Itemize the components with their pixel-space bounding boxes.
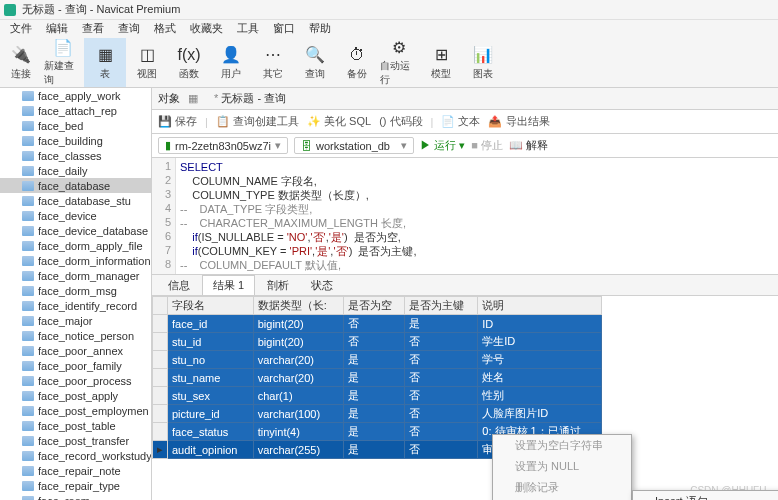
- table-face_notice_person[interactable]: face_notice_person: [0, 328, 151, 343]
- codeseg-button[interactable]: () 代码段: [379, 114, 422, 129]
- menu-格式[interactable]: 格式: [148, 20, 182, 38]
- toolbar-模型[interactable]: ⊞模型: [420, 38, 462, 87]
- cell[interactable]: 否: [404, 441, 478, 459]
- toolbar-新建查询[interactable]: 📄新建查询: [42, 38, 84, 87]
- table-face_identify_record[interactable]: face_identify_record: [0, 298, 151, 313]
- menu-收藏夹[interactable]: 收藏夹: [184, 20, 229, 38]
- result-grid[interactable]: 字段名数据类型（长:是否为空是否为主键说明face_idbigint(20)否是…: [152, 296, 778, 500]
- col-header[interactable]: 数据类型（长:: [253, 297, 343, 315]
- cell[interactable]: 性别: [478, 387, 602, 405]
- menu-窗口[interactable]: 窗口: [267, 20, 301, 38]
- rtab-1[interactable]: 结果 1: [202, 275, 255, 295]
- server-select[interactable]: ▮rm-2zetn83n05wz7i▾: [158, 137, 288, 154]
- toolbar-其它[interactable]: ⋯其它: [252, 38, 294, 87]
- cell[interactable]: 否: [404, 333, 478, 351]
- col-header[interactable]: 是否为空: [343, 297, 404, 315]
- cell[interactable]: 学生ID: [478, 333, 602, 351]
- cell[interactable]: 是: [343, 441, 404, 459]
- table-face_poor_process[interactable]: face_poor_process: [0, 373, 151, 388]
- toolbar-视图[interactable]: ◫视图: [126, 38, 168, 87]
- toolbar-表[interactable]: ▦表: [84, 38, 126, 87]
- table-face_dorm_msg[interactable]: face_dorm_msg: [0, 283, 151, 298]
- table-face_bed[interactable]: face_bed: [0, 118, 151, 133]
- cell[interactable]: 是: [404, 315, 478, 333]
- context-menu[interactable]: 设置为空白字符串设置为 NULL删除记录复制复制为▶粘贴显示▶: [492, 434, 632, 500]
- table-face_poor_family[interactable]: face_poor_family: [0, 358, 151, 373]
- table-face_daily[interactable]: face_daily: [0, 163, 151, 178]
- cell[interactable]: 否: [343, 333, 404, 351]
- table-face_post_apply[interactable]: face_post_apply: [0, 388, 151, 403]
- cell[interactable]: varchar(20): [253, 351, 343, 369]
- cell[interactable]: face_id: [168, 315, 254, 333]
- toolbar-连接[interactable]: 🔌连接: [0, 38, 42, 87]
- explain-button[interactable]: 📖 解释: [509, 138, 548, 153]
- table-face_apply_work[interactable]: face_apply_work: [0, 88, 151, 103]
- menu-编辑[interactable]: 编辑: [40, 20, 74, 38]
- table-face_major[interactable]: face_major: [0, 313, 151, 328]
- table-face_database_stu[interactable]: face_database_stu: [0, 193, 151, 208]
- menu-文件[interactable]: 文件: [4, 20, 38, 38]
- toolbar-函数[interactable]: f(x)函数: [168, 38, 210, 87]
- cell[interactable]: varchar(20): [253, 369, 343, 387]
- cell[interactable]: stu_no: [168, 351, 254, 369]
- rtab-2[interactable]: 剖析: [257, 276, 299, 295]
- sql-editor[interactable]: 123456789 SELECT COLUMN_NAME 字段名, COLUMN…: [152, 158, 778, 274]
- context-submenu[interactable]: Insert 语句Update 语句制表符分隔值 (数据)制表符分隔值 (字段名…: [632, 490, 778, 500]
- cell[interactable]: 是: [343, 369, 404, 387]
- cell[interactable]: 人脸库图片ID: [478, 405, 602, 423]
- menu-查看[interactable]: 查看: [76, 20, 110, 38]
- cell[interactable]: tinyint(4): [253, 423, 343, 441]
- menu-查询[interactable]: 查询: [112, 20, 146, 38]
- toolbar-查询[interactable]: 🔍查询: [294, 38, 336, 87]
- text-button[interactable]: 📄 文本: [441, 114, 480, 129]
- cell[interactable]: stu_name: [168, 369, 254, 387]
- col-header[interactable]: 字段名: [168, 297, 254, 315]
- col-header[interactable]: 说明: [478, 297, 602, 315]
- cell[interactable]: 否: [404, 387, 478, 405]
- table-face_post_transfer[interactable]: face_post_transfer: [0, 433, 151, 448]
- rtab-0[interactable]: 信息: [158, 276, 200, 295]
- cell[interactable]: 是: [343, 405, 404, 423]
- table-face_poor_annex[interactable]: face_poor_annex: [0, 343, 151, 358]
- table-face_post_table[interactable]: face_post_table: [0, 418, 151, 433]
- cell[interactable]: varchar(100): [253, 405, 343, 423]
- table-face_attach_rep[interactable]: face_attach_rep: [0, 103, 151, 118]
- table-face_dorm_manager[interactable]: face_dorm_manager: [0, 268, 151, 283]
- sql-source[interactable]: SELECT COLUMN_NAME 字段名, COLUMN_TYPE 数据类型…: [176, 158, 420, 274]
- cell[interactable]: bigint(20): [253, 315, 343, 333]
- ctx-Insert 语句[interactable]: Insert 语句: [633, 491, 778, 500]
- cell[interactable]: 否: [404, 351, 478, 369]
- cell[interactable]: 否: [404, 405, 478, 423]
- cell[interactable]: face_status: [168, 423, 254, 441]
- db-select[interactable]: 🗄workstation_db▾: [294, 137, 414, 154]
- toolbar-自动运行[interactable]: ⚙自动运行: [378, 38, 420, 87]
- table-face_repair_type[interactable]: face_repair_type: [0, 478, 151, 493]
- cell[interactable]: 学号: [478, 351, 602, 369]
- table-face_dorm_apply_file[interactable]: face_dorm_apply_file: [0, 238, 151, 253]
- toolbar-备份[interactable]: ⏱备份: [336, 38, 378, 87]
- table-face_database[interactable]: face_database: [0, 178, 151, 193]
- table-face_record_workstudy[interactable]: face_record_workstudy: [0, 448, 151, 463]
- cell[interactable]: 否: [343, 315, 404, 333]
- cell[interactable]: 是: [343, 423, 404, 441]
- tab-objects[interactable]: 对象: [158, 91, 180, 106]
- toolbar-用户[interactable]: 👤用户: [210, 38, 252, 87]
- table-face_dorm_information[interactable]: face_dorm_information: [0, 253, 151, 268]
- cell[interactable]: char(1): [253, 387, 343, 405]
- cell[interactable]: stu_id: [168, 333, 254, 351]
- export-button[interactable]: 📤 导出结果: [488, 114, 549, 129]
- cell[interactable]: ID: [478, 315, 602, 333]
- table-face_post_employmen[interactable]: face_post_employmen: [0, 403, 151, 418]
- cell[interactable]: audit_opinion: [168, 441, 254, 459]
- cell[interactable]: bigint(20): [253, 333, 343, 351]
- table-face_device_database[interactable]: face_device_database: [0, 223, 151, 238]
- cell[interactable]: 姓名: [478, 369, 602, 387]
- col-header[interactable]: 是否为主键: [404, 297, 478, 315]
- tab-query[interactable]: 无标题 - 查询: [206, 89, 294, 108]
- toolbar-图表[interactable]: 📊图表: [462, 38, 504, 87]
- cell[interactable]: picture_id: [168, 405, 254, 423]
- menu-工具[interactable]: 工具: [231, 20, 265, 38]
- save-button[interactable]: 💾 保存: [158, 114, 197, 129]
- beautify-button[interactable]: ✨ 美化 SQL: [307, 114, 371, 129]
- rtab-3[interactable]: 状态: [301, 276, 343, 295]
